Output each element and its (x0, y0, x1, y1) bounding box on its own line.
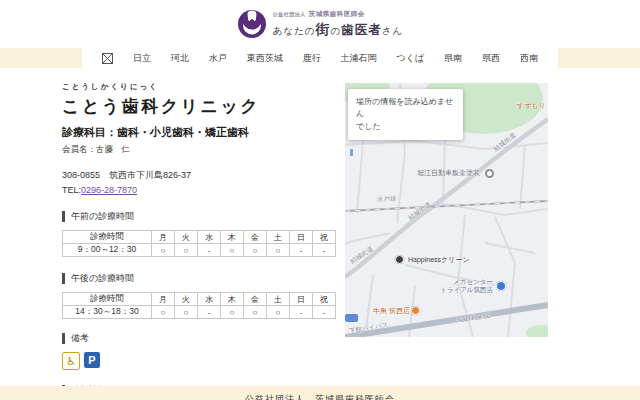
map-label-mito-line: 水戸線 (377, 194, 397, 204)
cell: - (313, 244, 336, 257)
clinic-address: 308-0855 筑西市下川島826-37 (62, 169, 346, 182)
tel-label: TEL: (62, 185, 81, 195)
map-label-happiness: Happinessクリーン (408, 255, 470, 265)
morning-schedule-table: 診療時間 月 火 水 木 金 土 日 祝 9：00～12：30 ○ ○ - ○ … (62, 230, 336, 257)
section-title: 午後の診療時間 (71, 272, 134, 285)
logo-text: 公益社団法人茨城県歯科医師会 あなたの街の歯医者さん (273, 10, 404, 39)
col-header-sun: 日 (290, 231, 313, 244)
map-label-megacenter: メガセンタートライアル筑西店 (437, 278, 493, 294)
site-header: 公益社団法人茨城県歯科医師会 あなたの街の歯医者さん (0, 0, 640, 48)
col-header-hol: 祝 (313, 293, 336, 306)
section-morning-hours: 午前の診療時間 (62, 210, 346, 223)
site-footer: 公益社団法人 茨城県歯科医師会 (0, 386, 640, 400)
section-title: 午前の診療時間 (71, 210, 134, 223)
section-title: 備考 (71, 332, 89, 345)
afternoon-schedule-table: 診療時間 月 火 水 木 金 土 日 祝 14：30～18：30 ○ ○ - ○… (62, 292, 336, 319)
cell: - (198, 306, 221, 319)
nav-band: 日立 珂北 水戸 東西茨城 鹿行 土浦石岡 つくば 県南 県西 西南 (0, 48, 640, 68)
facility-icons: ♿ P (62, 352, 346, 370)
parking-icon: P (84, 352, 100, 368)
cell: - (313, 306, 336, 319)
section-remarks: 備考 (62, 332, 346, 345)
col-header-hol: 祝 (313, 231, 336, 244)
map-label-suzumori: すずもり (517, 101, 546, 111)
section-bar (62, 211, 65, 222)
map-marker-gyukaku[interactable] (411, 306, 420, 315)
nav-item-hitachi[interactable]: 日立 (133, 52, 151, 65)
cell: ○ (175, 306, 198, 319)
col-header-tue: 火 (175, 231, 198, 244)
cell: ○ (221, 244, 244, 257)
route-shield-icon (345, 314, 358, 322)
clinic-member-name: 会員名：古藤 仁 (62, 144, 346, 156)
wheelchair-access-icon: ♿ (62, 352, 80, 370)
nav-item-mito[interactable]: 水戸 (209, 52, 227, 65)
cell: ○ (152, 244, 175, 257)
site-logo[interactable]: 公益社団法人茨城県歯科医師会 あなたの街の歯医者さん (237, 9, 404, 39)
col-header-fri: 金 (244, 231, 267, 244)
col-header-fri: 金 (244, 293, 267, 306)
nav-item-rokko[interactable]: 鹿行 (303, 52, 321, 65)
col-header-sat: 土 (267, 293, 290, 306)
cell: - (198, 244, 221, 257)
afternoon-time: 14：30～18：30 (63, 306, 152, 319)
map-marker-megacenter[interactable] (496, 281, 506, 291)
cell: ○ (244, 244, 267, 257)
org-title: 茨城県歯科医師会 (309, 10, 365, 17)
table-row: 14：30～18：30 ○ ○ - ○ ○ ○ - - (63, 306, 336, 319)
cell: ○ (267, 244, 290, 257)
col-header-time: 診療時間 (63, 293, 152, 306)
map-error-text: 場所の情報を読み込めません (356, 97, 453, 118)
cell: ○ (152, 306, 175, 319)
broken-image-icon[interactable] (102, 53, 113, 64)
nav-item-kennan[interactable]: 県南 (444, 52, 462, 65)
section-afternoon-hours: 午後の診療時間 (62, 272, 346, 285)
tel-link[interactable]: 0296-28-7870 (81, 185, 137, 195)
cell: ○ (244, 306, 267, 319)
clinic-departments: 診療科目：歯科・小児歯科・矯正歯科 (62, 125, 346, 140)
cell: ○ (221, 306, 244, 319)
brand-name: あなたの街の歯医者さん (273, 20, 404, 39)
table-header-row: 診療時間 月 火 水 木 金 土 日 祝 (63, 231, 336, 244)
region-nav: 日立 珂北 水戸 東西茨城 鹿行 土浦石岡 つくば 県南 県西 西南 (82, 48, 558, 68)
cell: ○ (175, 244, 198, 257)
morning-time: 9：00～12：30 (63, 244, 152, 257)
map-marker-happiness[interactable] (395, 255, 404, 264)
org-name: 公益社団法人茨城県歯科医師会 (273, 10, 404, 19)
col-header-mon: 月 (152, 293, 175, 306)
map-label-gyukaku: 牛角 筑西店 (373, 306, 410, 316)
map-blue-mark (350, 149, 353, 156)
nav-item-kensei[interactable]: 県西 (482, 52, 500, 65)
col-header-thu: 木 (221, 231, 244, 244)
map[interactable]: すずもり 結城街道 結城街道 結城街道 水戸線 堀江自動車鈑金塗装 Happin… (345, 83, 548, 337)
col-header-mon: 月 (152, 231, 175, 244)
cell: ○ (267, 306, 290, 319)
section-bar (62, 333, 65, 344)
map-label-horie: 堀江自動車鈑金塗装 (417, 168, 480, 178)
table-header-row: 診療時間 月 火 水 木 金 土 日 祝 (63, 293, 336, 306)
nav-item-tsukuba[interactable]: つくば (397, 52, 425, 65)
page-title: ことう歯科クリニック (62, 95, 346, 118)
table-row: 9：00～12：30 ○ ○ - ○ ○ ○ - - (63, 244, 336, 257)
nav-item-tozai-ibaraki[interactable]: 東西茨城 (247, 52, 283, 65)
col-header-wed: 水 (198, 293, 221, 306)
map-error-popup: 場所の情報を読み込めません でした (348, 89, 463, 140)
map-error-text: でした (356, 122, 381, 131)
col-header-sun: 日 (290, 293, 313, 306)
clinic-furigana: ことうしかくりにっく (62, 82, 346, 92)
col-header-wed: 水 (198, 231, 221, 244)
tooth-logo-icon (237, 9, 267, 39)
cell: - (290, 306, 313, 319)
col-header-sat: 土 (267, 231, 290, 244)
col-header-thu: 木 (221, 293, 244, 306)
cell: - (290, 244, 313, 257)
nav-item-seinan[interactable]: 西南 (520, 52, 538, 65)
section-bar (62, 273, 65, 284)
org-type: 公益社団法人 (273, 11, 306, 17)
map-marker-horie[interactable] (485, 169, 494, 178)
nav-item-kahoku[interactable]: 珂北 (171, 52, 189, 65)
col-header-time: 診療時間 (63, 231, 152, 244)
clinic-tel: TEL:0296-28-7870 (62, 185, 346, 195)
clinic-detail: ことうしかくりにっく ことう歯科クリニック 診療科目：歯科・小児歯科・矯正歯科 … (62, 82, 346, 400)
nav-item-tsuchiura-ishioka[interactable]: 土浦石岡 (341, 52, 377, 65)
